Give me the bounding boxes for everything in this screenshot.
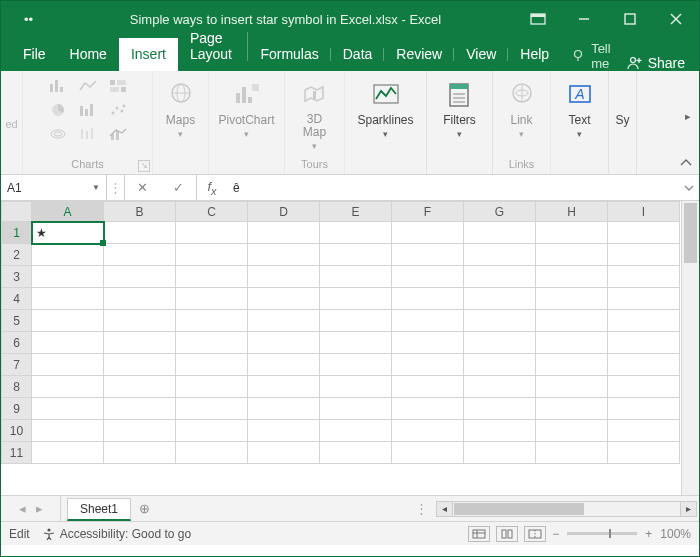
- column-header[interactable]: D: [248, 202, 320, 222]
- cell[interactable]: [32, 376, 104, 398]
- h-scroll-left[interactable]: ◂: [437, 502, 453, 516]
- cell[interactable]: ★: [32, 222, 104, 244]
- cell[interactable]: [320, 398, 392, 420]
- cell[interactable]: [464, 376, 536, 398]
- cell[interactable]: [176, 244, 248, 266]
- cell[interactable]: [464, 420, 536, 442]
- cell[interactable]: [320, 288, 392, 310]
- cell[interactable]: [392, 442, 464, 464]
- cell[interactable]: [392, 398, 464, 420]
- cell[interactable]: [608, 244, 680, 266]
- hierarchy-chart-icon[interactable]: [104, 75, 132, 97]
- bar-chart-icon[interactable]: [44, 75, 72, 97]
- cell[interactable]: [248, 398, 320, 420]
- cell[interactable]: [536, 310, 608, 332]
- cell[interactable]: [248, 420, 320, 442]
- charts-dialog-launcher[interactable]: ↘: [138, 160, 150, 172]
- cell[interactable]: [536, 222, 608, 244]
- cell[interactable]: [464, 266, 536, 288]
- column-header[interactable]: B: [104, 202, 176, 222]
- cell[interactable]: [248, 288, 320, 310]
- sheet-next-icon[interactable]: ▸: [36, 501, 43, 516]
- cell[interactable]: [248, 376, 320, 398]
- stock-chart-icon[interactable]: [74, 123, 102, 145]
- cell[interactable]: [392, 354, 464, 376]
- cell[interactable]: [32, 332, 104, 354]
- cell[interactable]: [248, 332, 320, 354]
- maximize-button[interactable]: [607, 1, 653, 37]
- cell[interactable]: [392, 222, 464, 244]
- cell[interactable]: [248, 244, 320, 266]
- cell[interactable]: [248, 266, 320, 288]
- column-header[interactable]: G: [464, 202, 536, 222]
- pivotchart-button[interactable]: PivotChart ▾: [212, 75, 280, 143]
- cell[interactable]: [104, 266, 176, 288]
- text-button[interactable]: A Text ▾: [558, 75, 602, 143]
- close-button[interactable]: [653, 1, 699, 37]
- name-box[interactable]: A1 ▼: [1, 175, 107, 200]
- cell[interactable]: [392, 332, 464, 354]
- v-scroll-thumb[interactable]: [684, 203, 697, 263]
- fx-icon[interactable]: fx: [197, 175, 227, 200]
- column-header[interactable]: F: [392, 202, 464, 222]
- select-all-corner[interactable]: [2, 202, 32, 222]
- cell[interactable]: [248, 442, 320, 464]
- tab-view[interactable]: View: [454, 38, 508, 71]
- combo-chart-icon[interactable]: [104, 123, 132, 145]
- page-layout-view-button[interactable]: [496, 526, 518, 542]
- enter-icon[interactable]: ✓: [173, 180, 184, 195]
- cell[interactable]: [104, 376, 176, 398]
- cell[interactable]: [104, 398, 176, 420]
- cell[interactable]: [32, 288, 104, 310]
- row-header[interactable]: 11: [2, 442, 32, 464]
- cell[interactable]: [608, 310, 680, 332]
- row-header[interactable]: 2: [2, 244, 32, 266]
- cell[interactable]: [176, 310, 248, 332]
- cell[interactable]: [536, 332, 608, 354]
- cell[interactable]: [32, 310, 104, 332]
- cell[interactable]: [104, 442, 176, 464]
- cell[interactable]: [32, 244, 104, 266]
- row-header[interactable]: 3: [2, 266, 32, 288]
- cell[interactable]: [320, 420, 392, 442]
- row-header[interactable]: 8: [2, 376, 32, 398]
- h-scroll-right[interactable]: ▸: [680, 502, 696, 516]
- share-button[interactable]: Share: [621, 55, 691, 71]
- cell[interactable]: [464, 222, 536, 244]
- column-header[interactable]: I: [608, 202, 680, 222]
- cell[interactable]: [104, 222, 176, 244]
- 3d-map-button[interactable]: 3D Map ▾: [293, 75, 337, 155]
- cell[interactable]: [608, 442, 680, 464]
- cell[interactable]: [392, 244, 464, 266]
- column-header[interactable]: A: [32, 202, 104, 222]
- column-header[interactable]: E: [320, 202, 392, 222]
- cell[interactable]: [104, 420, 176, 442]
- column-header[interactable]: H: [536, 202, 608, 222]
- cell[interactable]: [536, 442, 608, 464]
- cell[interactable]: [536, 354, 608, 376]
- tab-review[interactable]: Review: [384, 38, 454, 71]
- cell[interactable]: [464, 398, 536, 420]
- cell[interactable]: [320, 354, 392, 376]
- line-chart-icon[interactable]: [74, 75, 102, 97]
- cell[interactable]: [176, 222, 248, 244]
- cell[interactable]: [176, 288, 248, 310]
- row-header[interactable]: 4: [2, 288, 32, 310]
- cell[interactable]: [608, 222, 680, 244]
- row-header[interactable]: 1: [2, 222, 32, 244]
- vertical-scrollbar[interactable]: [681, 201, 699, 495]
- zoom-in-icon[interactable]: +: [645, 527, 652, 541]
- minimize-button[interactable]: [561, 1, 607, 37]
- sheet-nav-arrows[interactable]: ◂ ▸: [1, 496, 61, 521]
- cell[interactable]: [104, 354, 176, 376]
- ribbon-display-options-icon[interactable]: [515, 1, 561, 37]
- cell[interactable]: [608, 398, 680, 420]
- zoom-control[interactable]: − + 100%: [552, 527, 691, 541]
- tab-home[interactable]: Home: [58, 38, 119, 71]
- cell[interactable]: [536, 266, 608, 288]
- cell[interactable]: [536, 398, 608, 420]
- cell[interactable]: [176, 266, 248, 288]
- cell-grid[interactable]: ABCDEFGHI1★234567891011: [1, 201, 681, 495]
- row-header[interactable]: 10: [2, 420, 32, 442]
- cell[interactable]: [176, 398, 248, 420]
